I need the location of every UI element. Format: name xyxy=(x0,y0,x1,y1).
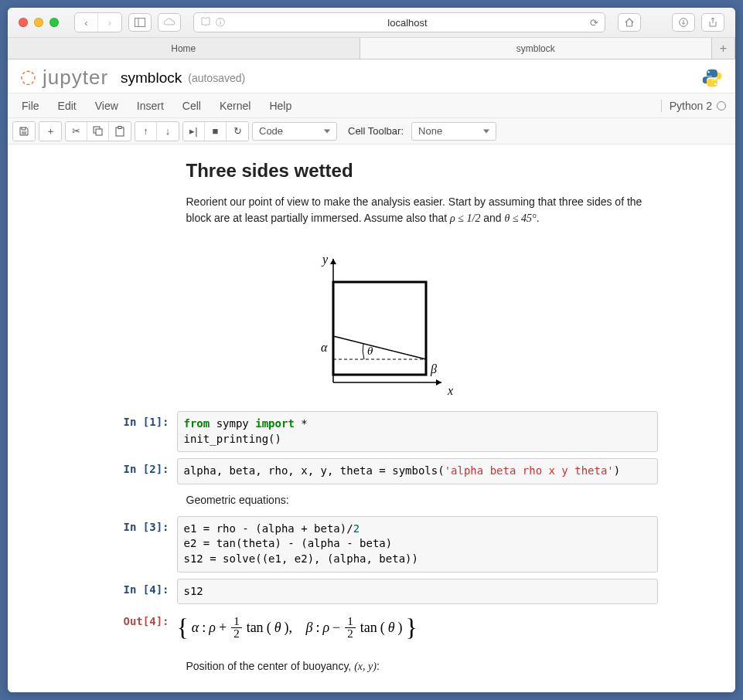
svg-marker-12 xyxy=(330,259,336,264)
code-cell-2[interactable]: In [2]: alpha, beta, rho, x, y, theta = … xyxy=(86,455,658,488)
sidebar-button[interactable] xyxy=(128,13,152,32)
svg-rect-0 xyxy=(135,19,145,27)
math-output-4: { α : ρ + 12 tan (θ), β : ρ − 12 tan xyxy=(177,610,658,644)
output-cell-4: Out[4]: { α : ρ + 12 tan (θ), β : ρ xyxy=(86,607,658,647)
jupyter-logo[interactable]: ◌ jupyter symblock (autosaved) xyxy=(20,66,245,90)
run-button[interactable]: ▸| xyxy=(183,122,205,141)
new-tab-button[interactable]: + xyxy=(712,38,735,59)
tab-bar: Home symblock + xyxy=(8,37,735,59)
restart-button[interactable]: ↻ xyxy=(227,122,248,141)
block-diagram: x y θ α β xyxy=(86,243,658,408)
notebook-body[interactable]: Three sides wetted Reorient our point of… xyxy=(8,144,735,692)
home-button[interactable] xyxy=(618,13,641,32)
move-down-button[interactable]: ↓ xyxy=(157,122,179,141)
code-cell-3[interactable]: In [3]: e1 = rho - (alpha + beta)/2 e2 =… xyxy=(86,513,658,576)
menu-kernel[interactable]: Kernel xyxy=(210,95,260,117)
interrupt-button[interactable]: ■ xyxy=(205,122,227,141)
heading-three-sides: Three sides wetted xyxy=(186,157,658,185)
markdown-cob[interactable]: Position of the center of buoyancy, (x, … xyxy=(86,647,658,679)
code-area-2[interactable]: alpha, beta, rho, x, y, theta = symbols(… xyxy=(177,458,658,484)
menu-insert[interactable]: Insert xyxy=(128,95,173,117)
close-window-icon[interactable] xyxy=(19,18,28,27)
in-prompt-2: In [2]: xyxy=(86,458,177,484)
window-controls xyxy=(19,18,59,27)
browser-chrome: ‹ › ⓘ localhost ⟳ xyxy=(8,8,735,59)
cell-toolbar-select[interactable]: None xyxy=(411,122,496,141)
notebook-header: ◌ jupyter symblock (autosaved) xyxy=(8,59,735,93)
theta-label: θ xyxy=(367,345,373,357)
menu-file[interactable]: File xyxy=(12,95,49,117)
forward-button[interactable]: › xyxy=(98,13,121,32)
share-button[interactable] xyxy=(701,13,724,32)
svg-marker-10 xyxy=(436,379,441,386)
menu-view[interactable]: View xyxy=(86,95,128,117)
info-icon: ⓘ xyxy=(216,16,225,29)
notebook-toolbar: ＋ ✂ ↑ ↓ ▸| ■ ↻ Code Cell Toolbar: None xyxy=(8,118,735,144)
minimize-window-icon[interactable] xyxy=(34,18,43,27)
x-axis-label: x xyxy=(447,384,453,397)
beta-label: β xyxy=(430,362,437,376)
back-button[interactable]: ‹ xyxy=(75,13,98,32)
menus: File Edit View Insert Cell Kernel Help xyxy=(12,95,301,117)
downloads-button[interactable] xyxy=(672,13,695,32)
save-button[interactable] xyxy=(13,122,35,141)
browser-toolbar: ‹ › ⓘ localhost ⟳ xyxy=(8,8,735,37)
code-cell-4[interactable]: In [4]: s12 xyxy=(86,576,658,608)
menu-help[interactable]: Help xyxy=(260,95,301,117)
move-up-button[interactable]: ↑ xyxy=(135,122,157,141)
cut-button[interactable]: ✂ xyxy=(66,122,87,141)
geom-eq-text: Geometric equations: xyxy=(186,494,289,506)
svg-rect-8 xyxy=(118,126,121,128)
code-area-3[interactable]: e1 = rho - (alpha + beta)/2 e2 = tan(the… xyxy=(177,516,658,573)
menu-edit[interactable]: Edit xyxy=(49,95,86,117)
y-axis-label: y xyxy=(321,253,329,267)
tab-symblock[interactable]: symblock xyxy=(360,38,713,59)
markdown-cell-heading[interactable]: Three sides wetted Reorient our point of… xyxy=(86,149,658,243)
cloud-button[interactable] xyxy=(158,13,181,32)
kernel-name: Python 2 xyxy=(670,100,712,112)
kernel-indicator: Python 2 xyxy=(661,100,731,112)
svg-rect-13 xyxy=(333,282,426,375)
nav-buttons: ‹ › xyxy=(74,12,122,32)
out-prompt-4: Out[4]: xyxy=(86,610,177,644)
reader-icon xyxy=(200,17,211,29)
markdown-geometric[interactable]: Geometric equations: xyxy=(86,488,658,513)
kernel-status-icon xyxy=(717,101,726,110)
menu-cell[interactable]: Cell xyxy=(173,95,210,117)
intro-paragraph: Reorient our point of view to make the a… xyxy=(186,194,658,226)
cell-toolbar-label: Cell Toolbar: xyxy=(348,125,404,137)
address-bar[interactable]: ⓘ localhost ⟳ xyxy=(193,12,605,32)
notebook-name[interactable]: symblock xyxy=(121,70,182,87)
alpha-label: α xyxy=(321,341,328,354)
svg-line-14 xyxy=(333,336,426,359)
code-cell-1[interactable]: In [1]: from sympy import * init_printin… xyxy=(86,408,658,455)
svg-point-3 xyxy=(707,70,709,72)
copy-button[interactable] xyxy=(87,122,109,141)
autosave-status: (autosaved) xyxy=(188,72,245,84)
svg-point-4 xyxy=(714,83,716,84)
code-area-4[interactable]: s12 xyxy=(177,579,658,605)
tab-home[interactable]: Home xyxy=(8,38,360,59)
reload-icon[interactable]: ⟳ xyxy=(590,17,598,29)
in-prompt-3: In [3]: xyxy=(86,516,177,573)
code-area-1[interactable]: from sympy import * init_printing() xyxy=(177,411,658,452)
svg-rect-6 xyxy=(96,129,102,135)
browser-window: ‹ › ⓘ localhost ⟳ xyxy=(8,8,735,692)
menu-bar: File Edit View Insert Cell Kernel Help P… xyxy=(8,93,735,118)
url-text: localhost xyxy=(230,17,585,29)
in-prompt-1: In [1]: xyxy=(86,411,177,452)
cell-type-select[interactable]: Code xyxy=(252,122,337,141)
python-logo-icon xyxy=(701,67,723,89)
maximize-window-icon[interactable] xyxy=(49,18,59,27)
add-cell-button[interactable]: ＋ xyxy=(39,122,61,141)
paste-button[interactable] xyxy=(109,122,131,141)
in-prompt-4: In [4]: xyxy=(86,579,177,605)
